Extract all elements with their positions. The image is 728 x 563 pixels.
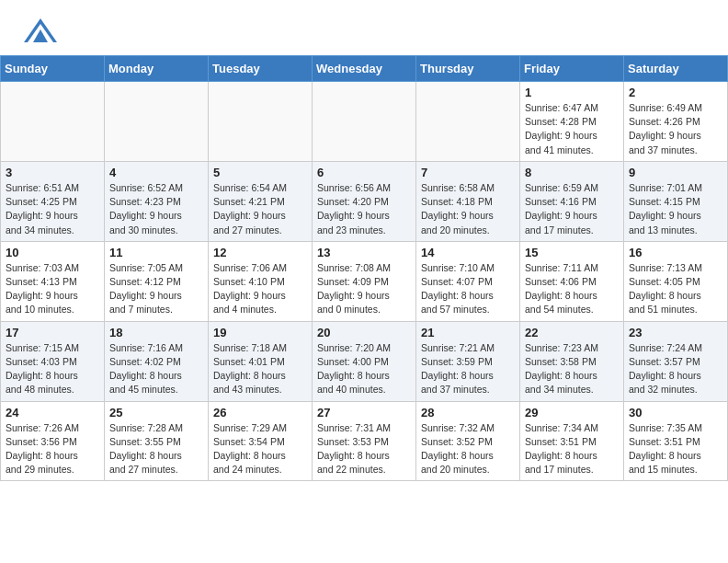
- weekday-header-friday: Friday: [520, 56, 624, 82]
- day-info: Sunrise: 7:23 AMSunset: 3:58 PMDaylight:…: [525, 341, 619, 397]
- day-number: 21: [421, 326, 515, 339]
- day-info: Sunrise: 7:11 AMSunset: 4:06 PMDaylight:…: [525, 261, 619, 317]
- calendar-day-24: 24Sunrise: 7:26 AMSunset: 3:56 PMDayligh…: [1, 401, 105, 481]
- day-number: 26: [213, 406, 307, 419]
- day-info: Sunrise: 6:49 AMSunset: 4:26 PMDaylight:…: [629, 101, 722, 157]
- calendar-week-row: 17Sunrise: 7:15 AMSunset: 4:03 PMDayligh…: [1, 321, 728, 401]
- calendar-week-row: 1Sunrise: 6:47 AMSunset: 4:28 PMDaylight…: [1, 82, 728, 162]
- day-number: 24: [6, 406, 99, 419]
- logo: [22, 17, 63, 46]
- day-info: Sunrise: 7:31 AMSunset: 3:53 PMDaylight:…: [317, 421, 411, 477]
- day-number: 27: [317, 406, 411, 419]
- day-number: 23: [629, 326, 722, 339]
- day-info: Sunrise: 7:01 AMSunset: 4:15 PMDaylight:…: [629, 181, 722, 237]
- day-number: 22: [525, 326, 619, 339]
- day-info: Sunrise: 7:21 AMSunset: 3:59 PMDaylight:…: [421, 341, 515, 397]
- calendar-empty-cell: [416, 82, 520, 162]
- calendar-day-17: 17Sunrise: 7:15 AMSunset: 4:03 PMDayligh…: [1, 321, 105, 401]
- day-info: Sunrise: 7:26 AMSunset: 3:56 PMDaylight:…: [6, 421, 99, 477]
- calendar-day-23: 23Sunrise: 7:24 AMSunset: 3:57 PMDayligh…: [624, 321, 728, 401]
- header: [0, 0, 728, 55]
- day-info: Sunrise: 7:13 AMSunset: 4:05 PMDaylight:…: [629, 261, 722, 317]
- weekday-header-row: SundayMondayTuesdayWednesdayThursdayFrid…: [1, 56, 728, 82]
- day-number: 7: [421, 166, 515, 179]
- calendar-day-4: 4Sunrise: 6:52 AMSunset: 4:23 PMDaylight…: [105, 161, 209, 241]
- day-info: Sunrise: 7:35 AMSunset: 3:51 PMDaylight:…: [629, 421, 722, 477]
- day-number: 4: [109, 166, 203, 179]
- day-info: Sunrise: 6:54 AMSunset: 4:21 PMDaylight:…: [213, 181, 307, 237]
- calendar-day-25: 25Sunrise: 7:28 AMSunset: 3:55 PMDayligh…: [105, 401, 209, 481]
- calendar-day-1: 1Sunrise: 6:47 AMSunset: 4:28 PMDaylight…: [520, 82, 624, 162]
- calendar-week-row: 10Sunrise: 7:03 AMSunset: 4:13 PMDayligh…: [1, 241, 728, 321]
- calendar-day-5: 5Sunrise: 6:54 AMSunset: 4:21 PMDaylight…: [209, 161, 313, 241]
- calendar-day-18: 18Sunrise: 7:16 AMSunset: 4:02 PMDayligh…: [105, 321, 209, 401]
- calendar-day-26: 26Sunrise: 7:29 AMSunset: 3:54 PMDayligh…: [209, 401, 313, 481]
- calendar-day-12: 12Sunrise: 7:06 AMSunset: 4:10 PMDayligh…: [209, 241, 313, 321]
- logo-icon: [22, 17, 59, 46]
- day-number: 13: [317, 246, 411, 259]
- day-number: 30: [629, 406, 722, 419]
- day-info: Sunrise: 7:24 AMSunset: 3:57 PMDaylight:…: [629, 341, 722, 397]
- day-info: Sunrise: 7:32 AMSunset: 3:52 PMDaylight:…: [421, 421, 515, 477]
- calendar-day-7: 7Sunrise: 6:58 AMSunset: 4:18 PMDaylight…: [416, 161, 520, 241]
- weekday-header-thursday: Thursday: [416, 56, 520, 82]
- day-number: 12: [213, 246, 307, 259]
- day-info: Sunrise: 7:06 AMSunset: 4:10 PMDaylight:…: [213, 261, 307, 317]
- calendar-day-21: 21Sunrise: 7:21 AMSunset: 3:59 PMDayligh…: [416, 321, 520, 401]
- calendar-week-row: 24Sunrise: 7:26 AMSunset: 3:56 PMDayligh…: [1, 401, 728, 481]
- calendar-day-6: 6Sunrise: 6:56 AMSunset: 4:20 PMDaylight…: [313, 161, 416, 241]
- calendar-day-10: 10Sunrise: 7:03 AMSunset: 4:13 PMDayligh…: [1, 241, 105, 321]
- calendar-day-30: 30Sunrise: 7:35 AMSunset: 3:51 PMDayligh…: [624, 401, 728, 481]
- calendar-day-14: 14Sunrise: 7:10 AMSunset: 4:07 PMDayligh…: [416, 241, 520, 321]
- calendar-day-15: 15Sunrise: 7:11 AMSunset: 4:06 PMDayligh…: [520, 241, 624, 321]
- day-info: Sunrise: 7:29 AMSunset: 3:54 PMDaylight:…: [213, 421, 307, 477]
- day-number: 11: [109, 246, 203, 259]
- day-info: Sunrise: 7:03 AMSunset: 4:13 PMDaylight:…: [6, 261, 99, 317]
- calendar-empty-cell: [209, 82, 313, 162]
- day-info: Sunrise: 6:58 AMSunset: 4:18 PMDaylight:…: [421, 181, 515, 237]
- day-info: Sunrise: 6:59 AMSunset: 4:16 PMDaylight:…: [525, 181, 619, 237]
- calendar-day-13: 13Sunrise: 7:08 AMSunset: 4:09 PMDayligh…: [313, 241, 416, 321]
- day-number: 5: [213, 166, 307, 179]
- calendar-day-16: 16Sunrise: 7:13 AMSunset: 4:05 PMDayligh…: [624, 241, 728, 321]
- weekday-header-wednesday: Wednesday: [313, 56, 416, 82]
- calendar-week-row: 3Sunrise: 6:51 AMSunset: 4:25 PMDaylight…: [1, 161, 728, 241]
- day-number: 6: [317, 166, 411, 179]
- weekday-header-sunday: Sunday: [1, 56, 105, 82]
- calendar-empty-cell: [105, 82, 209, 162]
- calendar-day-11: 11Sunrise: 7:05 AMSunset: 4:12 PMDayligh…: [105, 241, 209, 321]
- day-number: 9: [629, 166, 722, 179]
- calendar-table: SundayMondayTuesdayWednesdayThursdayFrid…: [0, 55, 728, 481]
- day-number: 10: [6, 246, 99, 259]
- day-info: Sunrise: 7:05 AMSunset: 4:12 PMDaylight:…: [109, 261, 203, 317]
- day-number: 17: [6, 326, 99, 339]
- day-info: Sunrise: 7:20 AMSunset: 4:00 PMDaylight:…: [317, 341, 411, 397]
- day-info: Sunrise: 7:15 AMSunset: 4:03 PMDaylight:…: [6, 341, 99, 397]
- day-info: Sunrise: 7:08 AMSunset: 4:09 PMDaylight:…: [317, 261, 411, 317]
- day-number: 19: [213, 326, 307, 339]
- calendar-empty-cell: [1, 82, 105, 162]
- weekday-header-tuesday: Tuesday: [209, 56, 313, 82]
- calendar-empty-cell: [313, 82, 416, 162]
- day-number: 3: [6, 166, 99, 179]
- day-info: Sunrise: 7:28 AMSunset: 3:55 PMDaylight:…: [109, 421, 203, 477]
- day-number: 29: [525, 406, 619, 419]
- day-info: Sunrise: 6:56 AMSunset: 4:20 PMDaylight:…: [317, 181, 411, 237]
- day-number: 18: [109, 326, 203, 339]
- calendar-day-20: 20Sunrise: 7:20 AMSunset: 4:00 PMDayligh…: [313, 321, 416, 401]
- day-info: Sunrise: 6:52 AMSunset: 4:23 PMDaylight:…: [109, 181, 203, 237]
- day-number: 2: [629, 86, 722, 99]
- day-info: Sunrise: 7:10 AMSunset: 4:07 PMDaylight:…: [421, 261, 515, 317]
- calendar-day-19: 19Sunrise: 7:18 AMSunset: 4:01 PMDayligh…: [209, 321, 313, 401]
- day-number: 15: [525, 246, 619, 259]
- day-number: 8: [525, 166, 619, 179]
- day-number: 28: [421, 406, 515, 419]
- day-info: Sunrise: 7:34 AMSunset: 3:51 PMDaylight:…: [525, 421, 619, 477]
- calendar-day-9: 9Sunrise: 7:01 AMSunset: 4:15 PMDaylight…: [624, 161, 728, 241]
- weekday-header-monday: Monday: [105, 56, 209, 82]
- calendar-day-8: 8Sunrise: 6:59 AMSunset: 4:16 PMDaylight…: [520, 161, 624, 241]
- day-info: Sunrise: 7:18 AMSunset: 4:01 PMDaylight:…: [213, 341, 307, 397]
- day-number: 14: [421, 246, 515, 259]
- calendar-day-3: 3Sunrise: 6:51 AMSunset: 4:25 PMDaylight…: [1, 161, 105, 241]
- calendar-day-28: 28Sunrise: 7:32 AMSunset: 3:52 PMDayligh…: [416, 401, 520, 481]
